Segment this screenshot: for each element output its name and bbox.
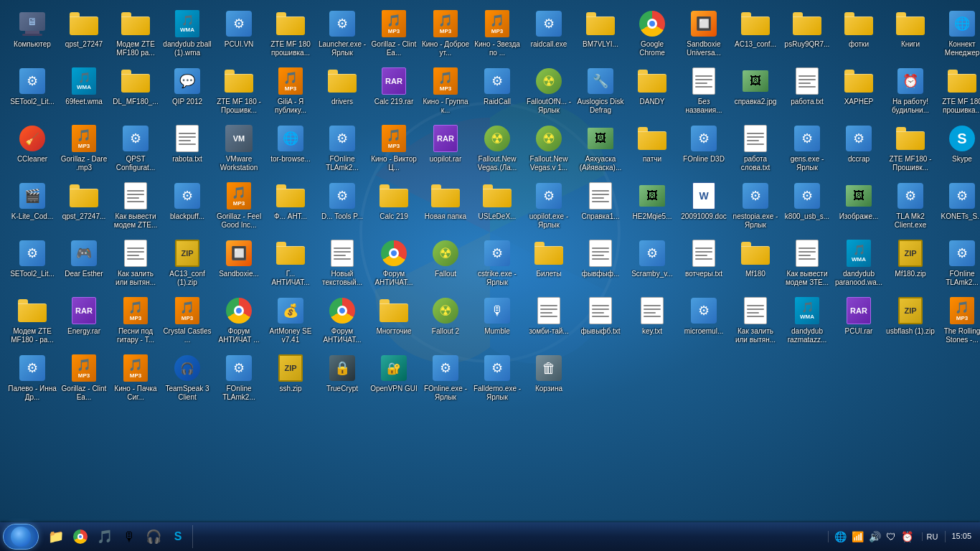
desktop-icon-85[interactable]: ☢ Fallout: [420, 236, 471, 293]
desktop-icon-114[interactable]: 🎵 MP3 The Rolling Stones -...: [936, 293, 980, 351]
desktop-icon-45[interactable]: ⚙ FOnline TLAmk2...: [316, 121, 368, 179]
desktop-icon-17[interactable]: фотки: [833, 6, 885, 64]
desktop-icon-69[interactable]: Справка1...: [575, 179, 626, 236]
desktop-icon-89[interactable]: ⚙ Scramby_v...: [626, 236, 678, 293]
desktop-icon-90[interactable]: вотчеры.txt: [678, 236, 730, 293]
desktop-icon-21[interactable]: 🎵 WMA 69feet.wma: [58, 64, 110, 121]
desktop-icon-66[interactable]: Новая папка: [420, 179, 471, 236]
desktop-icon-62[interactable]: 🎵 MP3 Gorillaz - Feel Good Inc...: [213, 179, 265, 236]
desktop-icon-120[interactable]: ZIP ssh.zip: [265, 351, 316, 408]
desktop-icon-24[interactable]: ZTE MF 180 - Прошивк...: [213, 64, 265, 121]
taskbar-explorer-icon[interactable]: 📁: [44, 525, 67, 548]
desktop-icon-58[interactable]: 🎬 K-Lite_Cod...: [6, 179, 58, 236]
desktop-icon-14[interactable]: 🔲 Sandboxie Universa...: [678, 6, 730, 64]
desktop-icon-96[interactable]: Модем ZTE MF180 - ра...: [6, 293, 58, 351]
desktop-icon-110[interactable]: Как залить или вытян...: [730, 293, 781, 351]
desktop-icon-107[interactable]: фывыфб.txt: [575, 293, 626, 351]
taskbar-ts-icon[interactable]: 🎧: [142, 525, 165, 548]
desktop-icon-46[interactable]: 🎵 MP3 Кино - Виктор Ц...: [368, 121, 420, 179]
desktop-icon-87[interactable]: Билеты: [523, 236, 575, 293]
desktop-icon-103[interactable]: Многточие: [368, 293, 420, 351]
desktop-icon-77[interactable]: ⚙ SETool2_Lit...: [6, 236, 58, 293]
desktop-icon-10[interactable]: 🎵 MP3 Кино - Звезда по ...: [471, 6, 523, 64]
desktop-icon-57[interactable]: S Skype: [936, 121, 980, 179]
desktop-icon-84[interactable]: Форум АНТИЧАТ...: [368, 236, 420, 293]
desktop-icon-31[interactable]: 🔧 Auslogics Disk Defrag: [575, 64, 626, 121]
desktop-icon-83[interactable]: Новый текстовый...: [316, 236, 368, 293]
desktop-icon-91[interactable]: Mf180: [730, 236, 781, 293]
desktop-icon-43[interactable]: VM VMware Workstation: [213, 121, 265, 179]
desktop-icon-88[interactable]: фывфыф...: [575, 236, 626, 293]
desktop-icon-98[interactable]: 🎵 MP3 Песни под гитару - Т...: [110, 293, 161, 351]
desktop-icon-119[interactable]: ⚙ FOnline TLAmk2...: [213, 351, 265, 408]
tray-clock-icon[interactable]: ⏰: [900, 531, 915, 542]
desktop-icon-6[interactable]: ZTE MF 180 прошивка...: [265, 6, 316, 64]
taskbar-skype-icon[interactable]: S: [166, 525, 189, 548]
desktop-icon-11[interactable]: ⚙ raidcall.exe: [523, 6, 575, 64]
desktop-icon-27[interactable]: RAR Calc 219.rar: [368, 64, 420, 121]
desktop-icon-51[interactable]: патчи: [626, 121, 678, 179]
desktop-icon-18[interactable]: Книги: [885, 6, 936, 64]
desktop-icon-53[interactable]: работа слова.txt: [730, 121, 781, 179]
desktop-icon-102[interactable]: Форум АНТИЧАТ...: [316, 293, 368, 351]
desktop-icon-108[interactable]: key.txt: [626, 293, 678, 351]
desktop-icon-65[interactable]: Calc 219: [368, 179, 420, 236]
desktop-icon-61[interactable]: ⚙ blackpuff...: [161, 179, 213, 236]
desktop-icon-63[interactable]: Ф... АНТ...: [265, 179, 316, 236]
desktop-icon-125[interactable]: 🗑 Корзина: [523, 351, 575, 408]
desktop-icon-1[interactable]: 🖥 Компьютер: [6, 6, 58, 64]
tray-security-icon[interactable]: 🛡: [885, 531, 897, 542]
desktop-icon-7[interactable]: ⚙ Launcher.exe - Ярлык: [316, 6, 368, 64]
desktop-icon-112[interactable]: RAR PCUI.rar: [833, 293, 885, 351]
desktop-icon-2[interactable]: qpst_27247: [58, 6, 110, 64]
taskbar-media-icon[interactable]: 🎵: [93, 525, 116, 548]
desktop-icon-100[interactable]: Форум АНТИЧАТ ...: [213, 293, 265, 351]
taskbar-clock[interactable]: 15:05: [945, 531, 977, 542]
desktop-icon-93[interactable]: 🎵 WMA dandydub paranood.wa...: [833, 236, 885, 293]
desktop-icon-52[interactable]: ⚙ FOnline D3D: [678, 121, 730, 179]
tray-network-icon[interactable]: 🌐: [833, 531, 848, 542]
desktop-icon-56[interactable]: ZTE MF180 - Прошивк...: [885, 121, 936, 179]
desktop-icon-60[interactable]: Как вывести модем ZTE...: [110, 179, 161, 236]
desktop-icon-33[interactable]: Без названия...: [678, 64, 730, 121]
desktop-icon-70[interactable]: 🖼 HE2Mqie5...: [626, 179, 678, 236]
desktop-icon-9[interactable]: 🎵 MP3 Кино - Доброе ут...: [420, 6, 471, 64]
desktop-icon-109[interactable]: ⚙ microemul...: [678, 293, 730, 351]
desktop-icon-118[interactable]: 🎧 TeamSpeak 3 Client: [161, 351, 213, 408]
desktop-icon-104[interactable]: ☢ Fallout 2: [420, 293, 471, 351]
desktop-icon-124[interactable]: ⚙ Falldemo.exe - Ярлык: [471, 351, 523, 408]
tray-signal-icon[interactable]: 📶: [850, 531, 865, 542]
desktop-icon-115[interactable]: ⚙ Палево - Инна Др...: [6, 351, 58, 408]
desktop-icon-64[interactable]: ⚙ D... Tools P...: [316, 179, 368, 236]
desktop-icon-72[interactable]: ⚙ nestopia.exe - Ярлык: [730, 179, 781, 236]
desktop-icon-101[interactable]: 💰 ArtMoney SE v7.41: [265, 293, 316, 351]
desktop-icon-67[interactable]: USLeDeX...: [471, 179, 523, 236]
desktop-icon-49[interactable]: ☢ Fallout.New Vegas.v 1...: [523, 121, 575, 179]
desktop-icon-105[interactable]: 🎙 Mumble: [471, 293, 523, 351]
desktop-icon-121[interactable]: 🔒 TrueCrypt: [316, 351, 368, 408]
desktop-icon-19[interactable]: 🌐 Коннект Менеджер: [936, 6, 980, 64]
desktop-icon-73[interactable]: ⚙ k800_usb_s...: [781, 179, 833, 236]
desktop-icon-116[interactable]: 🎵 MP3 Gorillaz - Clint Ea...: [58, 351, 110, 408]
desktop-icon-32[interactable]: DANDY: [626, 64, 678, 121]
desktop-icon-92[interactable]: Как вывести модем ЗТЕ...: [781, 236, 833, 293]
desktop-icon-117[interactable]: 🎵 MP3 Кино - Пачка Сиг...: [110, 351, 161, 408]
desktop-icon-82[interactable]: Г... АНТИЧАТ...: [265, 236, 316, 293]
start-button[interactable]: [3, 524, 39, 550]
desktop-icon-29[interactable]: ⚙ RaidCall: [471, 64, 523, 121]
desktop-icon-123[interactable]: ⚙ FOnline.exe - Ярлык: [420, 351, 471, 408]
desktop-icon-95[interactable]: ⚙ FOnline TLAmk2...: [936, 236, 980, 293]
desktop-icon-80[interactable]: ZIP AC13_conf (1).zip: [161, 236, 213, 293]
desktop-icon-111[interactable]: 🎵 WMA dandydub razmatazz...: [781, 293, 833, 351]
desktop-icon-25[interactable]: 🎵 MP3 GiliA - Я публику...: [265, 64, 316, 121]
desktop-icon-36[interactable]: ХАРНЕР: [833, 64, 885, 121]
desktop-icon-122[interactable]: 🔐 OpenVPN GUI: [368, 351, 420, 408]
desktop-icon-12[interactable]: BM7VLYI...: [575, 6, 626, 64]
desktop-icon-35[interactable]: работа.txt: [781, 64, 833, 121]
desktop-icon-4[interactable]: 🎵 WMA dandydub zball (1).wma: [161, 6, 213, 64]
desktop-icon-74[interactable]: 🖼 Изображе...: [833, 179, 885, 236]
desktop-icon-68[interactable]: ⚙ uopilot.exe - Ярлык: [523, 179, 575, 236]
taskbar-mumble-icon[interactable]: 🎙: [118, 525, 141, 548]
desktop-icon-30[interactable]: ☢ FalloutOfN... - Ярлык: [523, 64, 575, 121]
desktop-icon-54[interactable]: ⚙ gens.exe - Ярлык: [781, 121, 833, 179]
